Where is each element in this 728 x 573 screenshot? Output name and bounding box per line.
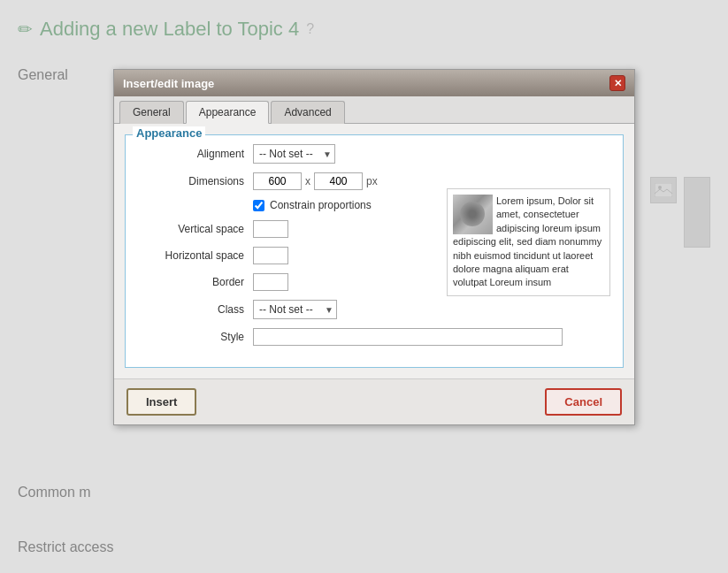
alignment-row: Alignment -- Not set -- Left Right Cente… [138, 144, 610, 164]
alignment-select[interactable]: -- Not set -- Left Right Center [253, 144, 335, 164]
preview-image [453, 195, 493, 234]
modal-footer: Insert Cancel [114, 378, 634, 424]
vertical-space-control [253, 220, 288, 238]
horizontal-space-label: Horizontal space [138, 249, 253, 262]
class-row: Class -- Not set -- align-left align-rig… [138, 300, 610, 319]
appearance-section: Appearance Lorem ipsum, Dolor sit amet, … [125, 134, 624, 368]
style-control [253, 328, 563, 346]
horizontal-space-control [253, 247, 288, 264]
modal-title: Insert/edit image [123, 77, 214, 90]
tab-appearance[interactable]: Appearance [186, 101, 270, 124]
height-input[interactable] [314, 172, 363, 190]
modal-titlebar: Insert/edit image ✕ [114, 70, 634, 96]
modal-close-button[interactable]: ✕ [609, 75, 625, 91]
style-label: Style [138, 331, 253, 343]
tab-general[interactable]: General [119, 101, 184, 124]
border-input[interactable] [253, 273, 288, 291]
border-label: Border [138, 276, 253, 288]
vertical-space-label: Vertical space [138, 223, 253, 235]
class-control: -- Not set -- align-left align-right ali… [253, 300, 337, 319]
modal-tabs: General Appearance Advanced [114, 96, 634, 124]
alignment-label: Alignment [138, 148, 253, 160]
style-input[interactable] [253, 328, 563, 346]
dimensions-row: Dimensions x px [138, 172, 610, 190]
class-label: Class [138, 303, 253, 316]
style-row: Style [138, 328, 610, 346]
class-select-wrapper: -- Not set -- align-left align-right ali… [253, 300, 337, 319]
horizontal-space-input[interactable] [253, 247, 288, 264]
modal-dialog: Insert/edit image ✕ General Appearance A… [113, 69, 635, 425]
tab-advanced[interactable]: Advanced [271, 101, 344, 124]
alignment-select-wrapper: -- Not set -- Left Right Center ▼ [253, 144, 335, 164]
cancel-button[interactable]: Cancel [545, 388, 622, 416]
dimensions-label: Dimensions [138, 175, 253, 187]
appearance-legend: Appearance [133, 126, 205, 140]
modal-body: Appearance Lorem ipsum, Dolor sit amet, … [114, 124, 634, 378]
constrain-checkbox[interactable] [253, 200, 264, 211]
x-separator: x [305, 175, 310, 187]
px-label: px [366, 175, 378, 187]
image-preview: Lorem ipsum, Dolor sit amet, consectetue… [447, 188, 610, 296]
class-select[interactable]: -- Not set -- align-left align-right ali… [253, 300, 337, 319]
border-control [253, 273, 288, 291]
width-input[interactable] [253, 172, 302, 190]
dimensions-control: x px [253, 172, 378, 190]
vertical-space-input[interactable] [253, 220, 288, 238]
alignment-control: -- Not set -- Left Right Center ▼ [253, 144, 335, 164]
constrain-label: Constrain proportions [270, 199, 372, 211]
insert-button[interactable]: Insert [126, 388, 196, 416]
